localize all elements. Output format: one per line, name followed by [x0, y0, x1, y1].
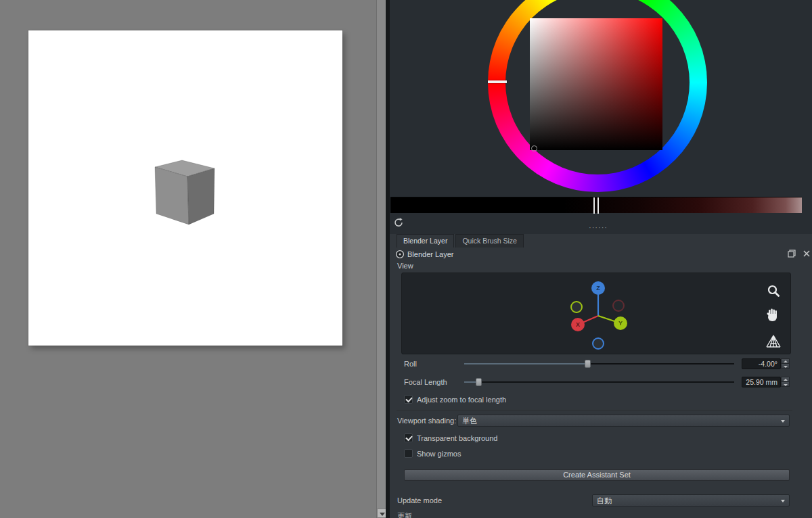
shade-cursor[interactable] [593, 197, 599, 214]
update-mode-combobox[interactable]: 自動 [592, 494, 790, 507]
viewport-shading-combobox[interactable]: 単色 [457, 415, 790, 427]
axis-y-label: Y [618, 320, 623, 327]
close-docker-icon[interactable] [803, 250, 811, 258]
show-gizmos-checkbox[interactable] [404, 449, 413, 458]
zoom-tool-icon[interactable] [766, 283, 781, 298]
saturation-value-square[interactable] [530, 18, 662, 150]
roll-slider[interactable] [464, 360, 734, 368]
combo-arrow-icon [781, 420, 785, 423]
roll-slider-handle[interactable] [585, 360, 591, 368]
scroll-down-button[interactable] [377, 509, 386, 518]
combo-arrow-icon [781, 500, 785, 502]
docker-title: Blender Layer [407, 250, 454, 258]
adjust-zoom-label: Adjust zoom to focal length [417, 396, 506, 404]
refresh-icon[interactable] [393, 217, 404, 228]
focal-slider-handle[interactable] [476, 378, 482, 386]
section-separator [397, 410, 792, 410]
grid-assistant-icon[interactable] [765, 335, 782, 348]
axis-x-label: X [576, 321, 580, 328]
viewport-shading-label: Viewport shading: [397, 417, 456, 425]
shade-selector-strip[interactable] [390, 197, 802, 213]
blender-layer-docker-icon [395, 250, 405, 259]
create-assistant-set-button[interactable]: Create Assistant Set [404, 469, 790, 481]
roll-label: Roll [404, 360, 417, 368]
show-gizmos-label: Show gizmos [417, 450, 461, 458]
tab-quick-brush-size[interactable]: Quick Brush Size [455, 234, 524, 248]
focal-length-label: Focal Length [404, 378, 447, 386]
transparent-background-checkbox[interactable] [404, 433, 413, 442]
update-button-partial[interactable]: 更新 [397, 511, 412, 518]
focal-spin-down[interactable] [781, 381, 790, 387]
pan-hand-icon[interactable] [766, 308, 780, 323]
axis-z-label: Z [596, 285, 600, 291]
krita-window: ······ Blender Layer Quick Brush Size Bl… [0, 0, 812, 518]
sv-cursor[interactable] [531, 145, 537, 151]
tab-blender-layer[interactable]: Blender Layer [397, 234, 454, 248]
right-dock: ······ Blender Layer Quick Brush Size Bl… [390, 0, 812, 518]
viewport-shading-value: 単色 [462, 417, 477, 425]
roll-value-field[interactable]: -4.00° [742, 358, 781, 369]
update-mode-label: Update mode [397, 496, 442, 504]
view-orientation-gizmo[interactable]: Z X Y [551, 279, 646, 353]
transparent-background-label: Transparent background [417, 434, 497, 442]
roll-spin-down[interactable] [781, 363, 790, 369]
adjust-zoom-checkbox[interactable] [404, 395, 413, 404]
focal-value-field[interactable]: 25.90 mm [742, 377, 781, 387]
hue-cursor[interactable] [488, 80, 507, 83]
canvas-vertical-scrollbar[interactable] [376, 0, 386, 518]
axis-neg-y-handle[interactable] [571, 302, 582, 312]
focal-length-slider[interactable] [464, 378, 734, 386]
view-section-label: View [397, 262, 413, 270]
axis-neg-x-handle[interactable] [613, 300, 624, 311]
blender-layer-docker: Blender Layer View [390, 248, 812, 518]
preview-viewport[interactable]: Z X Y [401, 273, 791, 354]
roll-spin-buttons [781, 358, 790, 369]
axis-neg-z-handle[interactable] [593, 338, 604, 349]
focal-spin-buttons [781, 377, 790, 387]
document-canvas[interactable] [28, 30, 342, 346]
float-docker-icon[interactable] [788, 250, 796, 258]
color-selector-docker: ······ [390, 0, 812, 234]
docker-resize-handle[interactable]: ······ [577, 224, 619, 231]
canvas-area[interactable] [0, 0, 376, 518]
rendered-cube [28, 30, 342, 346]
docker-tabbar: Blender Layer Quick Brush Size [390, 234, 812, 248]
update-mode-value: 自動 [597, 496, 612, 504]
